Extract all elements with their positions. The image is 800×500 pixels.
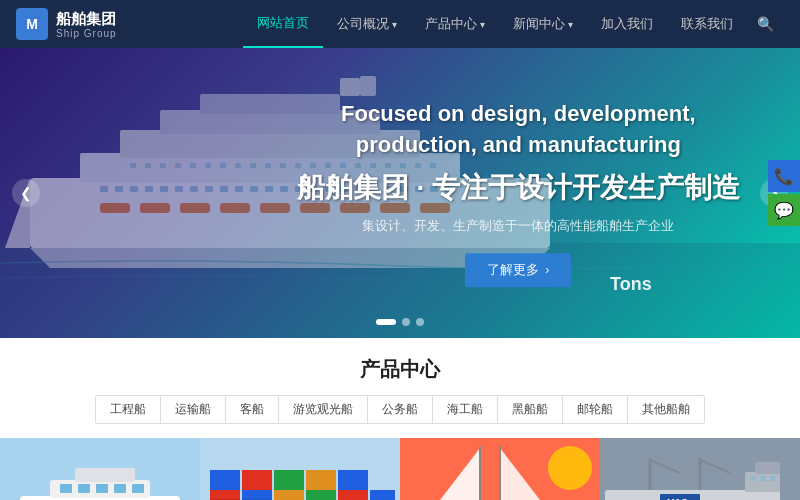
svg-rect-11 — [160, 186, 168, 192]
svg-rect-108 — [755, 462, 780, 474]
svg-rect-107 — [745, 472, 780, 492]
svg-rect-80 — [210, 490, 240, 500]
hero-zh-title: 船舶集团 · 专注于设计开发生产制造 — [297, 169, 740, 207]
svg-rect-117 — [770, 476, 776, 481]
svg-rect-35 — [190, 163, 196, 168]
tab-black-ship[interactable]: 黑船船 — [498, 396, 563, 423]
svg-rect-84 — [338, 490, 368, 500]
logo-main-text: 船舶集团 — [56, 10, 117, 28]
products-section: 产品中心 工程船 运输船 客船 游览观光船 公务船 海工船 黑船船 邮轮船 其他… — [0, 338, 800, 500]
svg-rect-32 — [145, 163, 151, 168]
products-tabs-wrapper: 工程船 运输船 客船 游览观光船 公务船 海工船 黑船船 邮轮船 其他船舶 — [0, 395, 800, 424]
navbar: M 船舶集团 Ship Group 网站首页 公司概况 ▾ 产品中心 ▾ 新闻中… — [0, 0, 800, 48]
svg-rect-56 — [180, 203, 210, 213]
svg-rect-89 — [306, 470, 336, 490]
svg-rect-37 — [220, 163, 226, 168]
svg-rect-31 — [130, 163, 136, 168]
dot-2[interactable] — [402, 318, 410, 326]
chat-button[interactable]: 💬 — [768, 194, 800, 226]
hero-prev-button[interactable]: ❮ — [12, 179, 40, 207]
svg-rect-16 — [235, 186, 243, 192]
tab-engineering-ship[interactable]: 工程船 — [96, 396, 161, 423]
logo-area: M 船舶集团 Ship Group — [16, 8, 117, 40]
nav-item-join[interactable]: 加入我们 — [587, 0, 667, 48]
tab-cruise-ship[interactable]: 邮轮船 — [563, 396, 628, 423]
svg-rect-8 — [115, 186, 123, 192]
svg-rect-86 — [210, 470, 240, 490]
svg-rect-13 — [190, 186, 198, 192]
tab-other-ship[interactable]: 其他船舶 — [628, 396, 704, 423]
svg-rect-34 — [175, 163, 181, 168]
nav-item-products[interactable]: 产品中心 ▾ — [411, 0, 499, 48]
svg-rect-36 — [205, 163, 211, 168]
side-buttons: 📞 💬 — [768, 160, 800, 226]
chevron-down-icon: ▾ — [392, 19, 397, 30]
svg-rect-14 — [205, 186, 213, 192]
chat-icon: 💬 — [774, 201, 794, 220]
svg-rect-10 — [145, 186, 153, 192]
hero-dots — [376, 318, 424, 326]
nav-item-contact[interactable]: 联系我们 — [667, 0, 747, 48]
product-card-container[interactable]: Tons — [200, 438, 400, 500]
svg-rect-72 — [114, 484, 126, 493]
chevron-down-icon: ▾ — [480, 19, 485, 30]
svg-rect-40 — [265, 163, 271, 168]
svg-rect-38 — [235, 163, 241, 168]
svg-rect-12 — [175, 186, 183, 192]
products-grid: Tons — [0, 438, 800, 500]
nav-item-news[interactable]: 新闻中心 ▾ — [499, 0, 587, 48]
svg-rect-88 — [274, 470, 304, 490]
svg-rect-90 — [338, 470, 368, 490]
chevron-down-icon: ▾ — [568, 19, 573, 30]
products-title: 产品中心 — [0, 356, 800, 383]
svg-rect-57 — [220, 203, 250, 213]
nav-item-about[interactable]: 公司概况 ▾ — [323, 0, 411, 48]
arrow-right-icon: › — [545, 263, 549, 277]
product-card-cargo[interactable]: M&C — [600, 438, 800, 500]
hero-section: Tons Focused on design, development, pro… — [0, 48, 800, 338]
svg-rect-17 — [250, 186, 258, 192]
logo-icon: M — [16, 8, 48, 40]
svg-rect-83 — [306, 490, 336, 500]
products-tabs: 工程船 运输船 客船 游览观光船 公务船 海工船 黑船船 邮轮船 其他船舶 — [95, 395, 705, 424]
learn-more-button[interactable]: 了解更多 › — [465, 253, 571, 287]
hero-en-title: Focused on design, development, producti… — [297, 99, 740, 161]
svg-rect-68 — [75, 468, 135, 482]
svg-point-97 — [548, 446, 592, 490]
svg-rect-115 — [750, 476, 756, 481]
tab-official-ship[interactable]: 公务船 — [368, 396, 433, 423]
hero-content: Focused on design, development, producti… — [297, 99, 740, 287]
search-icon[interactable]: 🔍 — [747, 16, 784, 32]
phone-icon: 📞 — [774, 167, 794, 186]
svg-rect-33 — [160, 163, 166, 168]
dot-active[interactable] — [376, 319, 396, 325]
nav-item-home[interactable]: 网站首页 — [243, 0, 323, 48]
svg-rect-69 — [60, 484, 72, 493]
hero-sub-text: 集设计、开发、生产制造于一体的高性能船舶生产企业 — [297, 217, 740, 235]
logo-sub-text: Ship Group — [56, 28, 117, 39]
svg-rect-19 — [280, 186, 288, 192]
svg-rect-41 — [280, 163, 286, 168]
svg-rect-15 — [220, 186, 228, 192]
product-card-yacht[interactable] — [0, 438, 200, 500]
tab-offshore-ship[interactable]: 海工船 — [433, 396, 498, 423]
svg-rect-85 — [370, 490, 395, 500]
phone-button[interactable]: 📞 — [768, 160, 800, 192]
tab-passenger-ship[interactable]: 客船 — [226, 396, 279, 423]
dot-3[interactable] — [416, 318, 424, 326]
svg-rect-39 — [250, 163, 256, 168]
svg-rect-52 — [340, 78, 360, 96]
svg-rect-18 — [265, 186, 273, 192]
svg-rect-55 — [140, 203, 170, 213]
svg-rect-81 — [242, 490, 272, 500]
svg-rect-73 — [132, 484, 144, 493]
svg-rect-58 — [260, 203, 290, 213]
svg-rect-7 — [100, 186, 108, 192]
svg-rect-9 — [130, 186, 138, 192]
product-card-sailboat[interactable] — [400, 438, 600, 500]
tab-transport-ship[interactable]: 运输船 — [161, 396, 226, 423]
svg-rect-71 — [96, 484, 108, 493]
svg-rect-82 — [274, 490, 304, 500]
svg-rect-87 — [242, 470, 272, 490]
tab-tourist-ship[interactable]: 游览观光船 — [279, 396, 368, 423]
